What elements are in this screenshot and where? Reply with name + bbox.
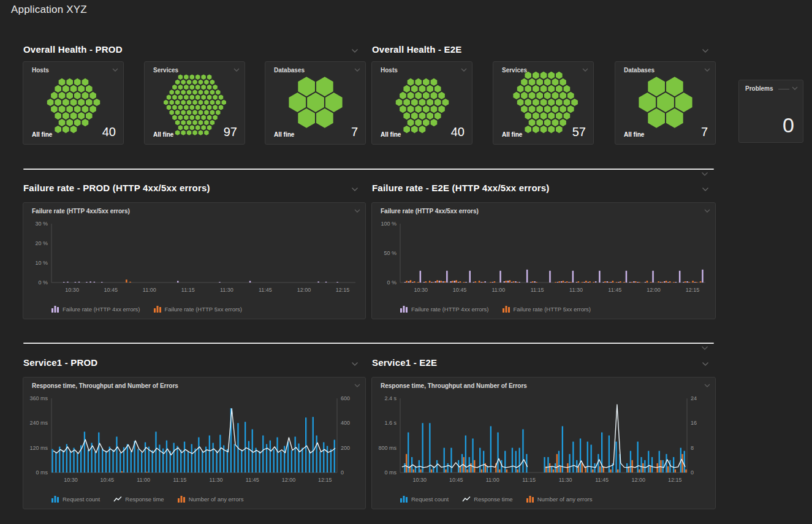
legend-item[interactable]: Failure rate (HTTP 5xx errors) — [154, 306, 243, 313]
legend-item[interactable]: Request count — [400, 496, 449, 503]
tile-title: Hosts — [32, 67, 49, 74]
section-heading-failure-e2e: Failure rate - E2E (HTTP 4xx/5xx errors) — [372, 183, 550, 193]
failure-rate-e2e-tile[interactable]: Failure rate (HTTP 4xx/5xx errors) 0 %50… — [371, 202, 716, 319]
svg-text:400: 400 — [341, 420, 350, 426]
svg-text:11:15: 11:15 — [173, 477, 186, 483]
chevron-down-icon[interactable] — [704, 209, 710, 213]
section-divider — [23, 169, 714, 170]
tile-title: Services — [502, 67, 527, 74]
chevron-down-icon[interactable] — [233, 68, 240, 72]
svg-text:0 ms: 0 ms — [36, 469, 48, 476]
chart-legend: Request countResponse timeNumber of any … — [51, 496, 243, 503]
svg-text:12:00: 12:00 — [297, 287, 311, 293]
status-text: All fine — [274, 131, 294, 138]
legend-item[interactable]: Response time — [113, 496, 164, 503]
service1-prod-chart[interactable]: 0 ms120 ms240 ms360 ms020040060010:3010:… — [23, 393, 365, 488]
chevron-down-icon[interactable] — [351, 362, 359, 366]
svg-text:10:30: 10:30 — [65, 287, 79, 293]
status-text: All fine — [32, 131, 52, 138]
svg-text:0 %: 0 % — [38, 279, 48, 286]
svg-text:11:45: 11:45 — [246, 477, 259, 483]
legend-item[interactable]: Failure rate (HTTP 5xx errors) — [503, 306, 591, 313]
section-heading-service1-e2e: Service1 - E2E — [372, 357, 437, 368]
chevron-down-icon[interactable] — [354, 209, 360, 213]
health-tile-hosts-prod[interactable]: Hosts All fine40 — [23, 61, 124, 145]
service1-e2e-chart[interactable]: 0 ms800 ms1.6 s2.4 s08162410:3010:4511:0… — [372, 393, 715, 488]
entity-count: 97 — [224, 126, 237, 138]
svg-text:11:45: 11:45 — [595, 477, 609, 483]
svg-text:12:15: 12:15 — [686, 287, 700, 293]
chart-title: Response time, Throughput and Number of … — [32, 382, 178, 389]
chevron-down-icon[interactable] — [351, 187, 359, 192]
status-text: All fine — [502, 131, 522, 138]
svg-text:10 %: 10 % — [35, 260, 48, 266]
chevron-down-icon[interactable] — [792, 86, 798, 91]
health-tile-hosts-e2e[interactable]: Hosts All fine40 — [371, 61, 472, 145]
svg-text:12:00: 12:00 — [631, 477, 645, 483]
svg-text:11:00: 11:00 — [143, 287, 156, 293]
chevron-down-icon[interactable] — [702, 362, 709, 366]
svg-text:11:00: 11:00 — [137, 477, 150, 483]
legend-item[interactable]: Request count — [51, 496, 100, 503]
health-tile-databases-prod[interactable]: Databases All fine7 — [265, 61, 366, 145]
entity-count: 7 — [351, 126, 358, 138]
tile-title: Problems — [745, 85, 773, 92]
svg-text:1.6 s: 1.6 s — [384, 420, 397, 426]
chart-legend: Request countResponse timeNumber of any … — [400, 496, 592, 503]
health-tile-services-e2e[interactable]: Services All fine57 — [493, 61, 594, 145]
failure-rate-prod-chart[interactable]: 0 %10 %20 %30 %10:3010:4511:0011:1511:30… — [23, 219, 365, 298]
chevron-down-icon[interactable] — [702, 48, 709, 53]
section-divider — [23, 343, 714, 344]
chevron-down-icon[interactable] — [354, 384, 360, 388]
tile-title: Hosts — [381, 67, 398, 74]
health-tile-services-prod[interactable]: Services All fine97 — [144, 61, 245, 145]
svg-text:800 ms: 800 ms — [378, 445, 397, 451]
legend-item[interactable]: Failure rate (HTTP 4xx errors) — [400, 306, 489, 313]
svg-text:0 ms: 0 ms — [384, 469, 397, 476]
svg-text:11:30: 11:30 — [569, 287, 583, 293]
entity-count: 40 — [451, 126, 465, 138]
svg-text:11:30: 11:30 — [559, 477, 572, 483]
chevron-down-icon[interactable] — [701, 346, 708, 351]
chevron-down-icon[interactable] — [701, 172, 708, 177]
problems-tile[interactable]: Problems 0 — [738, 80, 803, 143]
svg-text:10:30: 10:30 — [414, 287, 428, 293]
legend-item[interactable]: Number of any errors — [526, 496, 593, 503]
svg-text:0: 0 — [691, 469, 694, 476]
svg-text:10:45: 10:45 — [101, 477, 115, 483]
chevron-down-icon[interactable] — [351, 48, 359, 53]
chevron-down-icon[interactable] — [702, 187, 709, 192]
service1-e2e-tile[interactable]: Response time, Throughput and Number of … — [371, 377, 716, 509]
svg-text:12:15: 12:15 — [668, 477, 682, 483]
legend-item[interactable]: Response time — [462, 496, 512, 503]
tile-title: Databases — [624, 67, 655, 74]
svg-text:16: 16 — [691, 420, 697, 426]
legend-item[interactable]: Number of any errors — [178, 496, 244, 503]
svg-text:200: 200 — [341, 445, 350, 451]
trend-placeholder — [778, 89, 789, 92]
svg-text:11:15: 11:15 — [531, 287, 544, 293]
failure-rate-prod-tile[interactable]: Failure rate (HTTP 4xx/5xx errors) 0 %10… — [23, 202, 366, 319]
entity-count: 40 — [102, 126, 116, 138]
chart-title: Response time, Throughput and Number of … — [381, 382, 527, 389]
chart-title: Failure rate (HTTP 4xx/5xx errors) — [381, 208, 479, 215]
chevron-down-icon[interactable] — [582, 68, 588, 72]
svg-text:11:45: 11:45 — [259, 287, 272, 293]
chevron-down-icon[interactable] — [112, 68, 118, 72]
svg-text:11:00: 11:00 — [486, 477, 499, 483]
svg-text:12:00: 12:00 — [647, 287, 661, 293]
chevron-down-icon[interactable] — [354, 68, 360, 72]
chevron-down-icon[interactable] — [461, 68, 467, 72]
svg-text:10:30: 10:30 — [412, 477, 427, 483]
service1-prod-tile[interactable]: Response time, Throughput and Number of … — [23, 377, 366, 509]
svg-text:240 ms: 240 ms — [29, 420, 48, 426]
section-heading-overall-health-prod: Overall Health - PROD — [23, 44, 123, 55]
status-text: All fine — [153, 131, 173, 138]
chevron-down-icon[interactable] — [704, 68, 710, 72]
chevron-down-icon[interactable] — [704, 384, 710, 388]
health-tile-databases-e2e[interactable]: Databases All fine7 — [615, 61, 716, 145]
svg-text:11:45: 11:45 — [608, 287, 621, 293]
legend-item[interactable]: Failure rate (HTTP 4xx errors) — [51, 306, 140, 313]
failure-rate-e2e-chart[interactable]: 0 %50 %100 %10:3010:4511:0011:1511:3011:… — [372, 219, 715, 298]
tile-title: Services — [153, 67, 178, 74]
